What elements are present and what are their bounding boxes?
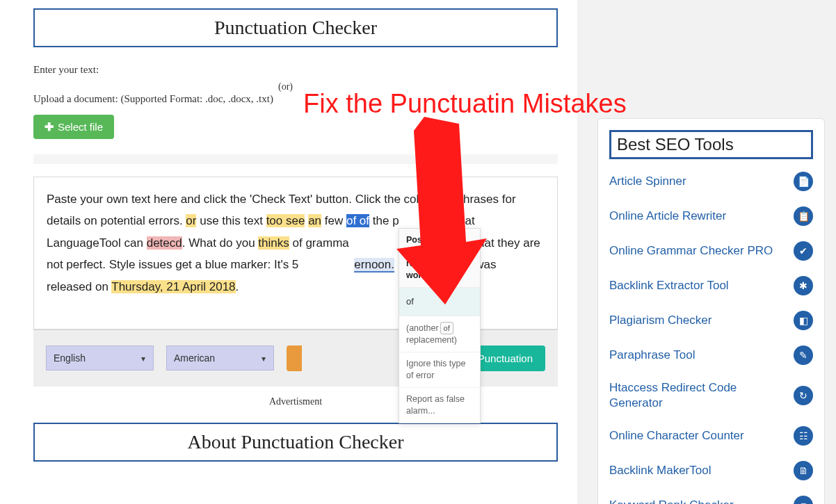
tool-icon: ◧ [794, 311, 813, 330]
language-select[interactable]: English [46, 346, 154, 371]
text-editor[interactable]: Paste your own text here and click the '… [33, 177, 558, 330]
upload-label: Upload a document: (Supported Format: .d… [33, 93, 273, 104]
tool-char-counter[interactable]: Online Character Counter ☷ [609, 426, 813, 446]
orange-button-strip [287, 346, 302, 371]
select-file-button[interactable]: ✚ Select file [33, 115, 114, 139]
tooltip-suggestion-of[interactable]: of [399, 288, 480, 316]
plus-icon: ✚ [45, 122, 54, 133]
tool-article-spinner[interactable]: Article Spinner 📄 [609, 172, 813, 191]
tool-htaccess[interactable]: Htaccess Redirect Code Generator ↻ [609, 380, 813, 411]
variant-select[interactable]: American [166, 346, 274, 371]
sidebar-card: Best SEO Tools Article Spinner 📄 Online … [597, 118, 825, 504]
highlight-afternoon[interactable]: ernoon. [354, 258, 394, 273]
tool-icon: ↻ [794, 386, 813, 405]
tool-icon: 📋 [794, 206, 813, 226]
about-title: About Punctuation Checker [33, 423, 558, 462]
tool-keyword-rank[interactable]: Keyword Rank Checker ≡ [609, 496, 813, 504]
sidebar: Best SEO Tools Article Spinner 📄 Online … [577, 0, 836, 504]
tool-paraphrase[interactable]: Paraphrase Tool ✎ [609, 346, 813, 365]
tool-icon: ≡ [794, 496, 813, 504]
highlight-date[interactable]: Thursday, 21 April 2018 [111, 280, 235, 293]
highlight-or[interactable]: or [186, 214, 196, 227]
tool-icon: ✎ [794, 346, 813, 365]
divider-bar [33, 154, 558, 164]
sidebar-title: Best SEO Tools [609, 130, 813, 159]
tool-icon: 🗎 [794, 461, 813, 480]
tooltip-header: Possible typo: y repeat word. [399, 229, 480, 288]
main-column: Punctuation Checker Enter your text: Upl… [0, 0, 577, 504]
enter-text-label: Enter your text: [33, 64, 558, 76]
or-label: (or) [278, 81, 293, 92]
highlight-thinks[interactable]: thinks [258, 236, 289, 250]
tool-icon: ✱ [794, 276, 813, 295]
select-file-label: Select file [58, 121, 103, 133]
tool-grammar-checker[interactable]: Online Grammar Checker PRO ✔ [609, 241, 813, 261]
tool-icon: ☷ [794, 426, 813, 446]
suggestion-tooltip: Possible typo: y repeat word. of (anothe… [399, 228, 481, 423]
tooltip-report[interactable]: Report as false alarm... [399, 388, 480, 423]
tool-backlink-extractor[interactable]: Backlink Extractor Tool ✱ [609, 276, 813, 295]
highlight-of-of[interactable]: of of [346, 214, 369, 227]
tooltip-another-replacement[interactable]: (anotherof replacement) [399, 316, 480, 353]
tool-plagiarism-checker[interactable]: Plagiarism Checker ◧ [609, 311, 813, 330]
tool-article-rewriter[interactable]: Online Article Rewriter 📋 [609, 206, 813, 226]
tool-backlink-maker[interactable]: Backlink MakerTool 🗎 [609, 461, 813, 480]
highlight-an[interactable]: an [308, 214, 321, 227]
tooltip-ignore[interactable]: Ignore this type of error [399, 352, 480, 388]
page-title: Punctuation Checker [33, 8, 558, 47]
editor-text: Paste your own text here and click the '… [47, 193, 426, 206]
tool-list: Article Spinner 📄 Online Article Rewrite… [609, 172, 813, 504]
tool-icon: 📄 [794, 172, 813, 191]
highlight-too-see[interactable]: too see [266, 214, 305, 227]
tool-icon: ✔ [794, 241, 813, 261]
highlight-detecd[interactable]: detecd [147, 236, 182, 250]
